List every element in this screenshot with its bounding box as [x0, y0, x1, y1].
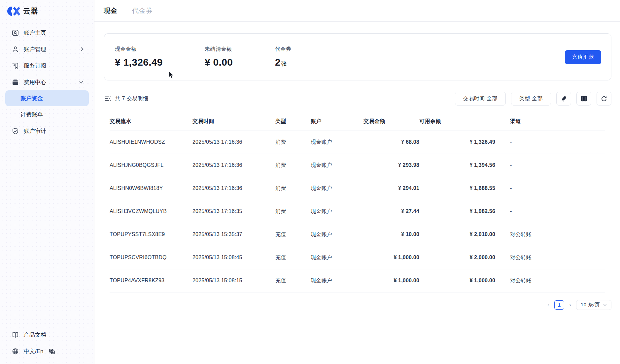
cell-available-balance: ¥ 2,000.00 [419, 246, 495, 269]
chevron-right-icon [80, 47, 84, 51]
sidebar-item-expense-center[interactable]: 费用中心 [0, 74, 94, 90]
transactions-table: 交易流水 交易时间 类型 账户 交易金额 可用余额 渠道 ALISHUIE1NW… [110, 112, 605, 292]
transaction-count: 共 7 交易明细 [105, 95, 149, 102]
col-header-type: 类型 [275, 112, 311, 131]
cell-transaction-time: 2025/05/13 15:08:15 [192, 269, 275, 292]
clear-filter-button[interactable] [556, 92, 571, 106]
cell-available-balance: ¥ 1,326.49 [419, 131, 495, 154]
sidebar-item-label: 计费账单 [20, 111, 43, 118]
cell-type: 消费 [275, 200, 311, 223]
clear-filter-icon [561, 96, 567, 102]
cell-transaction-time: 2025/05/13 17:16:36 [192, 154, 275, 177]
cell-transaction-time: 2025/05/13 17:16:36 [192, 131, 275, 154]
content: 现金金额 ¥ 1,326.49 未结清金额 ¥ 0.00 代金券 2张 充值汇款 [94, 33, 620, 310]
cell-channel: - [495, 154, 605, 177]
stat-label: 未结清金额 [205, 46, 275, 53]
bookmark-icon [12, 62, 19, 69]
cell-amount: ¥ 68.08 [363, 131, 419, 154]
stat-unit: 张 [281, 61, 287, 67]
table-row: TOPUPYSST7LSX8E9 2025/05/13 15:35:37 充值 … [110, 223, 605, 246]
cell-available-balance: ¥ 2,010.00 [419, 223, 495, 246]
refresh-button[interactable] [597, 92, 611, 106]
brand-logo-icon [7, 6, 20, 16]
cell-account: 现金账户 [311, 177, 363, 200]
cell-type: 消费 [275, 154, 311, 177]
sidebar-item-label: 账户资金 [20, 95, 43, 102]
col-header-account: 账户 [311, 112, 363, 131]
cell-available-balance: ¥ 1,688.55 [419, 177, 495, 200]
cell-transaction-time: 2025/05/13 17:16:35 [192, 200, 275, 223]
brand-logo: 云器 [0, 0, 94, 17]
next-page-button[interactable]: › [568, 300, 572, 310]
tab-cash[interactable]: 现金 [104, 6, 118, 15]
recharge-remit-button[interactable]: 充值汇款 [565, 50, 601, 64]
mouse-cursor-icon [168, 71, 175, 79]
toolbar-actions: 交易时间 全部 类型 全部 [455, 92, 611, 106]
filter-transaction-time[interactable]: 交易时间 全部 [455, 92, 506, 106]
cell-available-balance: ¥ 1,982.56 [419, 200, 495, 223]
page-size-select[interactable]: 10 条/页 [576, 300, 611, 310]
columns-icon [581, 96, 587, 102]
cell-account: 现金账户 [311, 223, 363, 246]
cell-channel: 对公转账 [495, 223, 605, 246]
sidebar-item-account-funds[interactable]: 账户资金 [5, 90, 89, 106]
cell-transaction-id: ALISHJNG0BQGSJFL [110, 154, 192, 177]
sidebar-item-service-subscription[interactable]: 服务订阅 [0, 57, 94, 74]
cell-amount: ¥ 293.98 [363, 154, 419, 177]
sidebar: 云器 账户主页 [0, 0, 94, 364]
col-header-amount: 交易金额 [363, 112, 419, 131]
stat-value: ¥ 1,326.49 [115, 57, 205, 68]
sidebar-item-label: 账户审计 [24, 127, 46, 135]
translate-icon [49, 349, 55, 354]
stat-cash-balance: 现金金额 ¥ 1,326.49 [115, 46, 205, 68]
cell-amount: ¥ 10.00 [363, 223, 419, 246]
column-settings-button[interactable] [576, 92, 591, 106]
shield-icon [12, 128, 19, 135]
brand-name: 云器 [23, 6, 38, 16]
filter-type[interactable]: 类型 全部 [511, 92, 551, 106]
tab-vouchers[interactable]: 代金券 [132, 6, 153, 15]
cell-transaction-id: ALISHUIE1NWHODSZ [110, 131, 192, 154]
col-header-available-balance: 可用余额 [419, 112, 495, 131]
table-row: TOPUPSCVRI6OTBDQ 2025/05/13 15:08:45 充值 … [110, 246, 605, 269]
sidebar-item-billing-statements[interactable]: 计费账单 [0, 106, 94, 123]
book-icon [12, 331, 19, 338]
cell-transaction-time: 2025/05/13 17:16:36 [192, 177, 275, 200]
cell-type: 消费 [275, 131, 311, 154]
table-row: ALISHJNG0BQGSJFL 2025/05/13 17:16:36 消费 … [110, 154, 605, 177]
sidebar-item-label: 账户管理 [24, 46, 46, 53]
balance-summary-card: 现金金额 ¥ 1,326.49 未结清金额 ¥ 0.00 代金券 2张 充值汇款 [104, 33, 611, 80]
cell-channel: 对公转账 [495, 246, 605, 269]
page-size-label: 10 条/页 [581, 302, 600, 308]
main-area: 现金 代金券 现金金额 ¥ 1,326.49 未结清金额 ¥ 0.00 代金券 … [94, 0, 620, 364]
sidebar-item-account-audit[interactable]: 账户审计 [0, 123, 94, 139]
cell-account: 现金账户 [311, 131, 363, 154]
globe-icon [12, 348, 19, 355]
cell-account: 现金账户 [311, 200, 363, 223]
stat-number: 2 [275, 57, 281, 68]
user-icon [12, 46, 19, 53]
sidebar-item-account-management[interactable]: 账户管理 [0, 41, 94, 57]
page-number-button[interactable]: 1 [554, 300, 564, 310]
cell-channel: - [495, 177, 605, 200]
cell-type: 消费 [275, 177, 311, 200]
sidebar-item-label: 费用中心 [24, 78, 46, 86]
cell-amount: ¥ 294.01 [363, 177, 419, 200]
cell-transaction-id: TOPUPSCVRI6OTBDQ [110, 246, 192, 269]
cell-channel: 对公转账 [495, 269, 605, 292]
chevron-down-icon [79, 80, 84, 84]
sidebar-item-language-switch[interactable]: 中文/En [0, 343, 94, 359]
sidebar-item-product-docs[interactable]: 产品文档 [0, 326, 94, 343]
cell-available-balance: ¥ 1,394.56 [419, 154, 495, 177]
stat-value: 2张 [275, 57, 292, 68]
cell-transaction-id: TOPUP4AVXFR8KZ93 [110, 269, 192, 292]
account-funds-page: 云器 账户主页 [0, 0, 620, 364]
prev-page-button[interactable]: ‹ [546, 300, 551, 310]
col-header-channel: 渠道 [495, 112, 605, 131]
cell-type: 充值 [275, 246, 311, 269]
table-row: ALISHN0W6BWI818Y 2025/05/13 17:16:36 消费 … [110, 177, 605, 200]
sidebar-item-account-home[interactable]: 账户主页 [0, 24, 94, 41]
col-header-transaction-id: 交易流水 [110, 112, 192, 131]
cell-type: 充值 [275, 223, 311, 246]
chevron-down-icon [603, 304, 607, 306]
